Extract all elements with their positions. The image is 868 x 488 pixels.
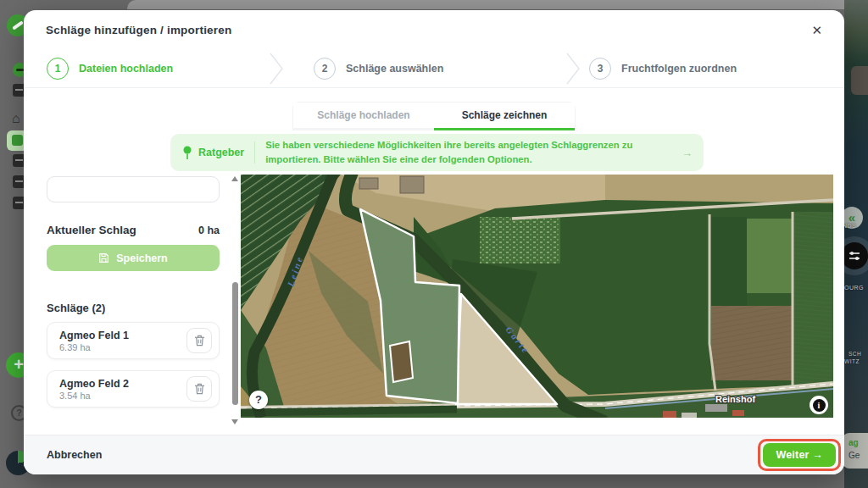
step-assign-rotations: 3 Fruchtfolgen zuordnen — [589, 58, 737, 80]
tab-upload-fields[interactable]: Schläge hochladen — [293, 103, 434, 130]
fields-list-title: Schläge (2) — [47, 302, 105, 314]
step-number: 2 — [314, 58, 336, 80]
current-field-row: Aktueller Schlag 0 ha — [47, 224, 220, 236]
current-field-label: Aktueller Schlag — [47, 224, 136, 236]
next-button[interactable]: Weiter → — [763, 443, 836, 467]
scroll-down-arrow-icon[interactable] — [231, 419, 238, 424]
step-label: Dateien hochladen — [79, 63, 173, 75]
field-area: 3.54 ha — [59, 391, 186, 401]
scroll-up-arrow-icon[interactable] — [231, 176, 238, 181]
field-name: Agmeo Feld 2 — [59, 378, 186, 390]
step-number: 3 — [589, 58, 611, 80]
home-icon: ⌂ — [12, 111, 20, 126]
current-field-area: 0 ha — [198, 225, 220, 236]
step-upload-files: 1 Dateien hochladen — [47, 58, 173, 80]
trash-icon — [194, 335, 205, 347]
step-select-fields: 2 Schläge auswählen — [314, 58, 443, 80]
background-map-label: NDS — [843, 223, 856, 229]
save-button[interactable]: Speichern — [47, 245, 220, 271]
modal-header: Schläge hinzufügen / importieren ✕ — [24, 10, 844, 49]
pin-icon — [181, 145, 193, 160]
field-panel: Aktueller Schlag 0 ha Speichern Schläge … — [47, 175, 220, 426]
scrollbar-thumb[interactable] — [232, 282, 238, 405]
background-app-header — [127, 0, 854, 9]
stepper-chevron-icon — [565, 51, 581, 86]
step-number: 1 — [47, 58, 69, 80]
field-list-item[interactable]: Agmeo Feld 1 6.39 ha — [47, 322, 220, 359]
close-icon[interactable]: ✕ — [811, 24, 822, 36]
cancel-button[interactable]: Abbrechen — [47, 449, 102, 461]
background-map-label: OURG — [844, 285, 864, 291]
background-map-label: SCH — [849, 351, 861, 357]
delete-field-button[interactable] — [186, 376, 212, 402]
background-card — [851, 66, 868, 95]
field-name: Agmeo Feld 1 — [59, 330, 186, 341]
advisor-label: Ratgeber — [198, 147, 244, 158]
delete-field-button[interactable] — [186, 328, 212, 353]
map-help-button[interactable]: ? — [249, 391, 268, 409]
map-attribution-card: ag Ge — [843, 433, 868, 469]
field-polygon-hole[interactable] — [390, 341, 413, 382]
field-list-item[interactable]: Agmeo Feld 2 3.54 ha — [47, 370, 220, 408]
field-name-input[interactable] — [47, 176, 220, 202]
stepper: 1 Dateien hochladen 2 Schläge auswählen … — [24, 49, 844, 88]
tab-draw-fields[interactable]: Schläge zeichnen — [434, 103, 575, 130]
advisor-text: Sie haben verschiedene Möglichkeiten ihr… — [265, 138, 673, 168]
modal-title: Schläge hinzufügen / importieren — [46, 24, 231, 36]
advisor-banner: Ratgeber Sie haben verschiedene Möglichk… — [170, 134, 704, 171]
field-area: 6.39 ha — [59, 342, 186, 352]
tabs-row: Schläge hochladen Schläge zeichnen — [24, 102, 844, 130]
panel-scrollbar[interactable] — [231, 175, 240, 426]
stepper-chevron-icon — [268, 51, 285, 86]
attribution-text: Ge — [849, 449, 868, 462]
modal-footer: Abbrechen Weiter → — [24, 435, 844, 474]
place-label-reinshof: Reinshof — [715, 394, 755, 404]
trash-icon — [194, 383, 205, 395]
step-label: Fruchtfolgen zuordnen — [621, 63, 737, 75]
map-canvas: Leine Garte Reinshof — [241, 175, 833, 418]
modal-content: Aktueller Schlag 0 ha Speichern Schläge … — [47, 175, 833, 426]
map-info-button[interactable]: i — [810, 396, 828, 414]
save-label: Speichern — [116, 252, 167, 264]
map-filter-button — [841, 242, 868, 269]
add-fields-modal: Schläge hinzufügen / importieren ✕ 1 Dat… — [24, 10, 844, 474]
annotation-highlight-box: Weiter → — [758, 439, 841, 471]
arrow-right-icon[interactable]: → — [682, 147, 693, 159]
info-icon: i — [813, 399, 826, 412]
tune-icon — [847, 248, 862, 263]
step-label: Schläge auswählen — [346, 63, 443, 75]
save-floppy-icon — [98, 252, 109, 263]
background-map-label: WITZ — [844, 358, 860, 364]
attribution-text: ag — [849, 436, 868, 449]
satellite-map[interactable]: Leine Garte Reinshof ? i — [241, 175, 833, 418]
divider — [254, 141, 255, 164]
